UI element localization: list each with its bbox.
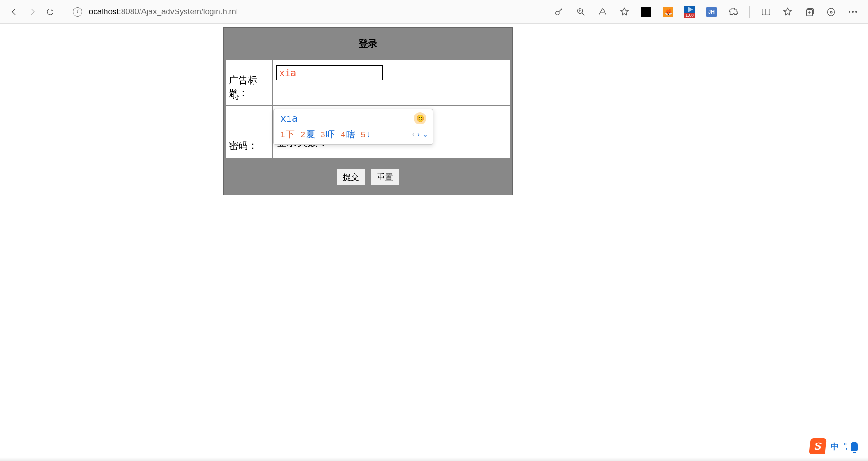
ime-candidate-2[interactable]: 2夏 bbox=[300, 128, 315, 141]
ime-nav: ‹ › ⌄ bbox=[412, 131, 428, 138]
ime-mic-icon[interactable] bbox=[851, 442, 858, 451]
ime-mode-indicator[interactable]: 中 bbox=[831, 441, 839, 452]
split-screen-icon[interactable] bbox=[760, 6, 772, 18]
extension-jh[interactable]: JH bbox=[706, 6, 717, 18]
ime-expand-icon[interactable]: ⌄ bbox=[422, 131, 428, 138]
favorite-star-icon[interactable] bbox=[619, 6, 630, 18]
reset-button[interactable]: 重置 bbox=[371, 169, 399, 186]
submit-button[interactable]: 提交 bbox=[337, 169, 365, 186]
forward-button[interactable] bbox=[27, 7, 37, 17]
ad-title-input[interactable] bbox=[276, 65, 383, 80]
login-title: 登录 bbox=[224, 28, 512, 59]
refresh-button[interactable] bbox=[45, 7, 55, 17]
ime-next-icon[interactable]: › bbox=[417, 131, 420, 138]
menu-button[interactable] bbox=[847, 6, 859, 18]
url-text: localhost:8080/Ajax_advSystem/login.html bbox=[87, 7, 237, 17]
separator bbox=[749, 6, 750, 18]
label-password: 密码： bbox=[226, 106, 273, 158]
read-aloud-icon[interactable] bbox=[597, 6, 608, 18]
ime-logo-icon[interactable]: S bbox=[809, 438, 827, 454]
key-icon[interactable] bbox=[553, 6, 565, 18]
svg-point-0 bbox=[556, 11, 559, 15]
ime-taskbar: S 中 °, bbox=[810, 438, 858, 454]
extension-black-square[interactable] bbox=[640, 6, 652, 18]
ime-candidate-5[interactable]: 5↓ bbox=[361, 129, 371, 140]
button-row: 提交 重置 bbox=[224, 159, 512, 195]
ime-candidate-1[interactable]: 1下 bbox=[281, 128, 295, 141]
ime-punct-indicator[interactable]: °, bbox=[843, 442, 846, 451]
ime-composition-text: xia bbox=[281, 113, 298, 124]
taskbar-shadow bbox=[0, 457, 868, 461]
ime-candidate-3[interactable]: 3吓 bbox=[321, 128, 335, 141]
ime-candidate-4[interactable]: 4瞎 bbox=[341, 128, 355, 141]
back-button[interactable] bbox=[9, 7, 19, 17]
toolbar-right: 🦊 1.00 JH bbox=[553, 6, 859, 18]
extension-fox-icon[interactable]: 🦊 bbox=[662, 6, 674, 18]
browser-toolbar: i localhost:8080/Ajax_advSystem/login.ht… bbox=[0, 0, 868, 24]
ime-popup: xia 😊 1下 2夏 3吓 4瞎 5↓ ‹ › ⌄ bbox=[273, 109, 433, 145]
extension-blue-play[interactable]: 1.00 bbox=[684, 6, 695, 18]
ime-prev-icon[interactable]: ‹ bbox=[412, 131, 415, 138]
page-body: 登录 广告标题： 密码： 登录失败！ 提交 重置 bbox=[0, 24, 868, 195]
collections-icon[interactable] bbox=[804, 6, 815, 18]
favorites-icon[interactable] bbox=[782, 6, 793, 18]
address-bar[interactable]: i localhost:8080/Ajax_advSystem/login.ht… bbox=[73, 7, 237, 17]
zoom-icon[interactable] bbox=[575, 6, 587, 18]
site-info-icon[interactable]: i bbox=[73, 7, 82, 17]
label-ad-title: 广告标题： bbox=[226, 59, 273, 106]
performance-icon[interactable] bbox=[825, 6, 837, 18]
extensions-puzzle-icon[interactable] bbox=[728, 6, 739, 18]
ime-candidate-row: 1下 2夏 3吓 4瞎 5↓ ‹ › ⌄ bbox=[274, 126, 433, 144]
ime-emoji-icon[interactable]: 😊 bbox=[414, 112, 426, 124]
row-ad-title: 广告标题： bbox=[226, 59, 510, 106]
